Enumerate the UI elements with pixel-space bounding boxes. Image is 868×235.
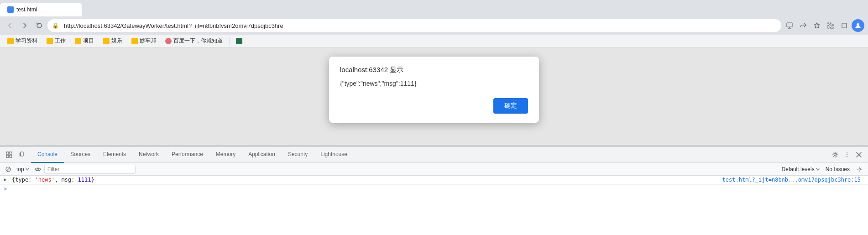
screen-search-button[interactable] [783,19,796,32]
svg-point-12 [834,153,837,156]
devtools-right-icons [830,149,864,160]
eye-button[interactable] [33,165,42,174]
svg-rect-5 [6,152,9,154]
svg-rect-9 [21,152,23,156]
nav-bar: 🔒 [0,16,868,35]
bookmark-label: 工作 [55,37,66,45]
bookmark-button[interactable] [810,19,823,32]
share-button[interactable] [797,19,810,32]
profile-icon [854,22,862,29]
tab-console[interactable]: Console [31,146,64,163]
bookmark-label: 妙车邦 [140,37,156,45]
address-bar[interactable] [47,19,781,32]
chevron-down-icon [816,167,820,172]
issues-settings-button[interactable] [855,165,864,174]
alert-actions: 确定 [340,98,528,114]
context-selector[interactable]: top [15,165,31,173]
svg-rect-8 [10,155,12,157]
type-value: 'news' [35,177,55,183]
bookmark-item-gongzuo[interactable]: 工作 [43,36,69,46]
address-bar-wrapper: 🔒 [47,19,781,32]
tab-security[interactable]: Security [282,146,314,163]
comma-sep: , msg: [55,177,78,183]
tab-performance[interactable]: Performance [165,146,209,163]
forward-icon [21,22,28,29]
devtools-toolbar: top Default levels No Issues [0,163,868,176]
svg-point-14 [847,154,847,155]
star-icon [813,22,821,29]
devtools-settings-button[interactable] [830,149,841,160]
no-issues-label: No Issues [822,166,853,172]
element-picker-button[interactable] [4,149,15,160]
back-button[interactable] [4,19,16,32]
forward-button[interactable] [18,19,31,32]
folder-icon [47,38,53,44]
tab-lighthouse[interactable]: Lighthouse [314,146,354,163]
tab-title: test.html [16,6,37,13]
ban-icon [5,166,11,172]
bookmark-item-xuexi[interactable]: 学习资料 [4,36,41,46]
devtools-close-button[interactable] [853,149,864,160]
svg-rect-11 [19,153,21,156]
brace-open: {type: [12,177,35,183]
back-icon [7,22,13,29]
reload-icon [36,22,42,29]
tab-network[interactable]: Network [132,146,165,163]
active-tab[interactable]: test.html [0,3,82,16]
console-output: ▶ {type: 'news', msg: 1111} test.html?_i… [0,176,868,235]
alert-overlay: localhost:63342 显示 {"type":"news","msg":… [0,47,868,146]
settings-icon [832,151,838,158]
bookmark-item-yule[interactable]: 娱乐 [99,36,126,46]
bookmark-item-miaochebang[interactable]: 妙车邦 [128,36,160,46]
svg-point-21 [859,168,861,170]
svg-line-19 [7,167,10,171]
default-levels-label: Default levels [782,166,815,172]
bookmark-item-baidu[interactable]: 百度一下，你就知道 [162,36,226,46]
extensions-button[interactable] [824,19,837,32]
devtools-tabs: Console Sources Elements Network Perform… [0,146,868,163]
device-toolbar-button[interactable] [16,149,27,160]
tab-memory[interactable]: Memory [209,146,242,163]
console-input[interactable] [10,186,864,192]
nav-right-icons [783,19,864,32]
tab-sources[interactable]: Sources [64,146,97,163]
devtools-left-icons [4,149,27,160]
browser-chrome: test.html 🔒 [0,0,868,47]
page-content: localhost:63342 显示 {"type":"news","msg":… [0,47,868,146]
brace-close: } [91,177,94,183]
svg-rect-0 [787,23,792,27]
tab-bar: test.html [0,0,868,16]
tab-application[interactable]: Application [242,146,282,163]
tab-elements[interactable]: Elements [97,146,132,163]
svg-rect-3 [842,23,847,28]
screen-search-icon [786,22,793,29]
device-icon [18,151,26,158]
share-icon [800,22,807,29]
window-icon [841,22,848,29]
expand-arrow[interactable]: ▶ [4,177,9,183]
profile-button[interactable] [852,19,864,32]
element-picker-icon [5,151,13,158]
console-log-line: ▶ {type: 'news', msg: 1111} test.html?_i… [0,176,868,185]
folder-icon [7,38,14,44]
eye-icon [35,166,41,172]
alert-title: localhost:63342 显示 [340,66,528,74]
bookmark-item-excel[interactable] [232,37,246,45]
folder-icon [75,38,81,44]
bookmark-label: 娱乐 [111,37,122,45]
filter-input[interactable] [44,165,136,174]
default-levels-selector[interactable]: Default levels [782,166,820,172]
source-link[interactable]: test.html?_ijt=n8bnb...omvi7dpsqjbc3hre:… [722,177,864,183]
puzzle-icon [827,22,834,29]
window-controls-button[interactable] [838,19,851,32]
svg-point-13 [847,152,847,153]
clear-console-button[interactable] [4,165,13,174]
devtools-more-button[interactable] [842,149,852,160]
bookmark-divider [229,37,230,45]
bookmark-item-xiangmu[interactable]: 项目 [71,36,98,46]
reload-button[interactable] [33,19,46,32]
alert-confirm-button[interactable]: 确定 [493,98,528,114]
tab-favicon [7,6,14,13]
chevron-down-icon [25,167,30,172]
msg-value: 1111 [78,177,91,183]
